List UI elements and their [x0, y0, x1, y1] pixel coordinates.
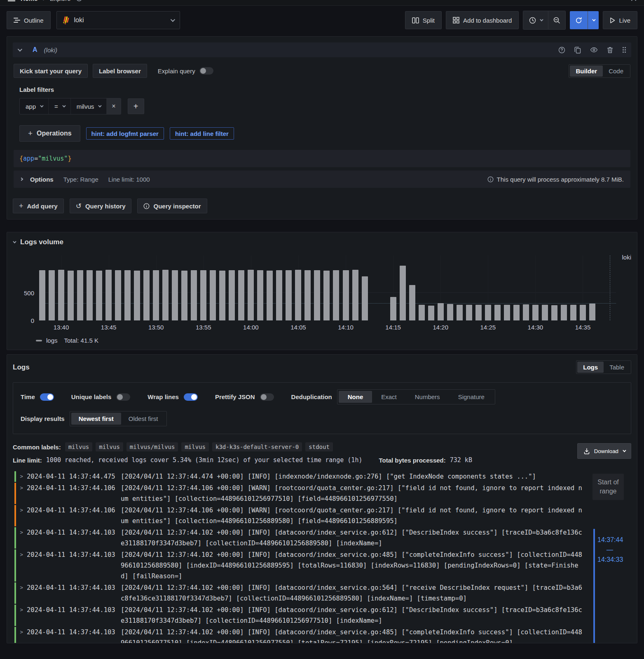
breadcrumb-explore[interactable]: Explore	[50, 0, 71, 2]
live-button[interactable]: Live	[603, 11, 637, 29]
query-preview: {app="milvus"}	[14, 150, 630, 167]
refresh-interval-dropdown[interactable]	[588, 11, 599, 29]
expand-log-icon[interactable]: >	[16, 527, 27, 549]
hint-logfmt-parser-button[interactable]: hint: add logfmt parser	[86, 127, 164, 140]
chevron-down-icon	[62, 104, 66, 107]
code-mode-option[interactable]: Code	[603, 65, 629, 77]
explore-toolbar: Outline loki Split	[7, 11, 637, 30]
add-query-button[interactable]: + Add query	[13, 199, 64, 213]
explain-query-toggle[interactable]	[199, 67, 213, 75]
time-toggle[interactable]	[40, 393, 54, 401]
log-row[interactable]: >2024-04-11 14:37:44.103[2024/04/11 12:3…	[13, 527, 583, 549]
breadcrumb-home[interactable]: Home	[21, 0, 38, 2]
expand-log-icon[interactable]: >	[16, 549, 27, 582]
wrap-lines-toggle[interactable]	[184, 393, 198, 401]
expand-log-icon[interactable]: >	[16, 605, 27, 626]
kick-start-query-button[interactable]: Kick start your query	[14, 64, 88, 78]
filter-operator-select[interactable]: =	[49, 98, 71, 114]
volume-bar	[542, 305, 548, 320]
dedup-option-none[interactable]: None	[339, 391, 372, 403]
legend-series-swatch	[36, 340, 42, 341]
log-row[interactable]: >2024-04-11 14:37:44.475[2024/04/11 12:3…	[13, 471, 583, 482]
add-label-filter-button[interactable]: +	[128, 98, 144, 114]
split-button[interactable]: Split	[405, 11, 442, 29]
query-row-header[interactable]: A (loki)	[13, 42, 631, 57]
legend-series-name[interactable]: logs	[46, 337, 58, 344]
logs-view-option[interactable]: Logs	[577, 362, 604, 373]
datasource-picker[interactable]: loki	[56, 11, 180, 29]
expand-log-icon[interactable]: >	[16, 582, 27, 604]
log-row[interactable]: >2024-04-11 14:37:44.106[2024/04/11 12:3…	[13, 505, 583, 526]
time-picker-group	[523, 11, 566, 30]
legend-total: Total: 41.5 K	[64, 337, 98, 344]
range-dash: —	[607, 546, 630, 554]
collapse-query-icon[interactable]	[18, 47, 22, 51]
common-label-chip: milvus	[65, 442, 93, 451]
log-row[interactable]: >2024-04-11 14:37:44.103[2024/04/11 12:3…	[13, 627, 583, 643]
refresh-button[interactable]	[570, 11, 588, 29]
y-tick-500: 500	[24, 290, 34, 297]
disable-query-eye-icon[interactable]	[590, 47, 598, 53]
label-browser-button[interactable]: Label browser	[93, 64, 147, 78]
hint-line-filter-button[interactable]: hint: add line filter	[170, 127, 234, 140]
volume-bar	[513, 305, 520, 320]
chevron-down-icon	[623, 449, 626, 452]
right-axis-label: loki	[622, 254, 631, 261]
close-icon[interactable]	[631, 0, 637, 1]
common-labels-title: Common labels:	[13, 444, 61, 451]
filter-label-select[interactable]: app	[20, 98, 49, 114]
volume-bar	[181, 271, 187, 320]
volume-bar	[276, 270, 282, 320]
hamburger-menu-icon[interactable]	[7, 0, 16, 2]
dedup-option-signature[interactable]: Signature	[449, 391, 494, 403]
volume-bar	[400, 266, 406, 320]
drag-handle-icon[interactable]	[622, 47, 626, 53]
query-options-row[interactable]: Options Type: Range Line limit: 1000 Thi…	[14, 171, 630, 188]
common-label-chip: k3d-k3s-default-server-0	[212, 442, 302, 451]
expand-log-icon[interactable]: >	[16, 505, 27, 526]
log-timestamp: 2024-04-11 14:37:44.103	[27, 627, 121, 643]
expand-log-icon[interactable]: >	[16, 627, 27, 643]
volume-bar	[153, 270, 159, 320]
expand-log-icon[interactable]: >	[16, 471, 27, 482]
split-icon	[412, 17, 419, 23]
log-message: [2024/04/11 12:37:44.474 +00:00] [INFO] …	[121, 471, 583, 482]
chevron-down-icon	[40, 104, 43, 107]
query-history-button[interactable]: ↺ Query history	[70, 199, 132, 213]
oldest-first-option[interactable]: Oldest first	[121, 413, 166, 425]
builder-mode-option[interactable]: Builder	[570, 65, 603, 77]
newest-first-option[interactable]: Newest first	[71, 413, 121, 425]
help-icon[interactable]	[558, 47, 565, 54]
operations-button[interactable]: + Operations	[19, 125, 80, 142]
dedup-option-numbers[interactable]: Numbers	[406, 391, 449, 403]
expand-log-icon[interactable]: >	[16, 483, 27, 504]
time-picker-button[interactable]	[523, 11, 548, 29]
query-inspector-button[interactable]: Query inspector	[137, 199, 207, 213]
logs-title: Logs	[13, 363, 30, 372]
duplicate-query-icon[interactable]	[574, 47, 581, 54]
collapse-logs-volume-icon[interactable]	[13, 240, 16, 243]
time-toggle-label: Time	[21, 393, 35, 400]
remove-filter-button[interactable]: ×	[107, 98, 120, 114]
filter-value-select[interactable]: milvus	[71, 98, 107, 114]
deduplication-label: Deduplication	[291, 393, 332, 400]
plot-area	[39, 255, 595, 320]
volume-bar	[457, 305, 463, 320]
table-view-option[interactable]: Table	[604, 362, 630, 373]
dedup-option-exact[interactable]: Exact	[372, 391, 406, 403]
log-row[interactable]: >2024-04-11 14:37:44.103[2024/04/11 12:3…	[13, 605, 583, 626]
range-to: 14:34:33	[597, 556, 630, 563]
log-row[interactable]: >2024-04-11 14:37:44.106[2024/04/11 12:3…	[13, 483, 583, 504]
delete-query-trash-icon[interactable]	[607, 47, 613, 54]
prettify-json-toggle[interactable]	[260, 393, 274, 401]
outline-button[interactable]: Outline	[7, 11, 51, 29]
add-to-dashboard-button[interactable]: Add to dashboard	[446, 11, 519, 29]
range-from: 14:37:44	[597, 536, 630, 544]
log-row[interactable]: >2024-04-11 14:37:44.103[2024/04/11 12:3…	[13, 549, 583, 582]
download-button[interactable]: Download	[577, 443, 631, 459]
zoom-out-time-button[interactable]	[548, 11, 565, 29]
unique-labels-toggle[interactable]	[116, 393, 130, 401]
builder-code-switch: Builder Code	[569, 64, 630, 78]
volume-bar	[409, 285, 415, 320]
log-row[interactable]: >2024-04-11 14:37:44.103[2024/04/11 12:3…	[13, 582, 583, 604]
